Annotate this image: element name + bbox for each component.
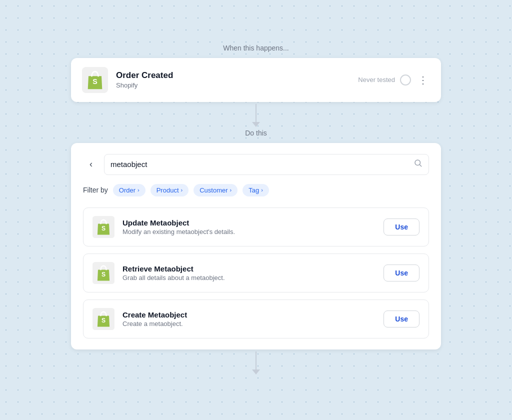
action-item-retrieve-desc: Grab all details about a metaobject.: [122, 274, 376, 282]
shopify-logo-retrieve: S: [92, 262, 114, 284]
status-circle: [400, 74, 411, 86]
arrow-head-2: [252, 370, 260, 374]
chevron-icon-order: ›: [138, 187, 140, 193]
search-input[interactable]: [110, 160, 414, 168]
arrow-connector-2: [252, 352, 260, 374]
trigger-label: When this happens...: [223, 44, 289, 52]
shopify-logo-update: S: [92, 216, 114, 238]
action-label: Do this: [245, 129, 267, 137]
trigger-status: Never tested ⋮: [358, 74, 430, 86]
search-input-wrapper: [104, 154, 429, 175]
filter-order-label: Order: [119, 186, 136, 194]
chevron-icon-product: ›: [181, 187, 183, 193]
more-options-button[interactable]: ⋮: [416, 75, 430, 85]
use-button-create[interactable]: Use: [384, 310, 420, 328]
svg-text:S: S: [102, 224, 106, 232]
workflow-container: When this happens... S Order Created Sho…: [71, 29, 441, 392]
search-row: ‹: [83, 154, 429, 175]
action-item-update: S Update Metaobject Modify an existing m…: [83, 208, 429, 246]
action-item-update-title: Update Metaobject: [122, 218, 376, 227]
action-item-create: S Create Metaobject Create a metaobject.…: [83, 300, 429, 338]
back-icon: ‹: [90, 159, 92, 170]
action-item-retrieve: S Retrieve Metaobject Grab all details a…: [83, 254, 429, 292]
filter-tag-label: Tag: [248, 186, 259, 194]
action-item-create-info: Create Metaobject Create a metaobject.: [122, 310, 376, 328]
shopify-logo: S: [82, 67, 108, 93]
trigger-subtitle: Shopify: [116, 82, 350, 89]
filter-row: Filter by Order › Product › Customer › T…: [83, 184, 429, 196]
use-button-retrieve[interactable]: Use: [384, 264, 420, 282]
filter-chip-product[interactable]: Product ›: [150, 184, 188, 196]
shopify-logo-create: S: [92, 308, 114, 330]
action-item-update-desc: Modify an existing metaobject's details.: [122, 228, 376, 236]
back-button[interactable]: ‹: [83, 156, 99, 172]
svg-text:S: S: [102, 270, 106, 278]
filter-by-label: Filter by: [83, 186, 108, 194]
svg-text:S: S: [102, 316, 106, 324]
filter-customer-label: Customer: [200, 186, 228, 194]
action-item-retrieve-info: Retrieve Metaobject Grab all details abo…: [122, 264, 376, 282]
trigger-title: Order Created: [116, 70, 350, 80]
chevron-icon-customer: ›: [230, 187, 232, 193]
arrow-line-2: [256, 352, 256, 370]
filter-product-label: Product: [156, 186, 179, 194]
use-button-update[interactable]: Use: [384, 218, 420, 236]
never-tested-label: Never tested: [358, 76, 395, 84]
filter-chip-order[interactable]: Order ›: [113, 184, 146, 196]
search-icon[interactable]: [414, 158, 422, 170]
trigger-card: S Order Created Shopify Never tested ⋮: [71, 58, 441, 102]
arrow-line: [256, 104, 256, 122]
svg-line-3: [420, 164, 421, 166]
filter-chip-customer[interactable]: Customer ›: [194, 184, 238, 196]
action-item-retrieve-title: Retrieve Metaobject: [122, 264, 376, 273]
action-item-create-title: Create Metaobject: [122, 310, 376, 319]
filter-chip-tag[interactable]: Tag ›: [242, 184, 269, 196]
svg-point-2: [415, 160, 420, 166]
action-list: S Update Metaobject Modify an existing m…: [83, 208, 429, 338]
arrow-head: [252, 122, 260, 127]
action-item-create-desc: Create a metaobject.: [122, 320, 376, 328]
action-item-update-info: Update Metaobject Modify an existing met…: [122, 218, 376, 236]
action-card: ‹ Filter by Order › Product ›: [71, 143, 441, 350]
svg-text:S: S: [92, 77, 98, 85]
arrow-connector-1: [252, 104, 260, 127]
chevron-icon-tag: ›: [261, 187, 263, 193]
trigger-info: Order Created Shopify: [116, 70, 350, 89]
